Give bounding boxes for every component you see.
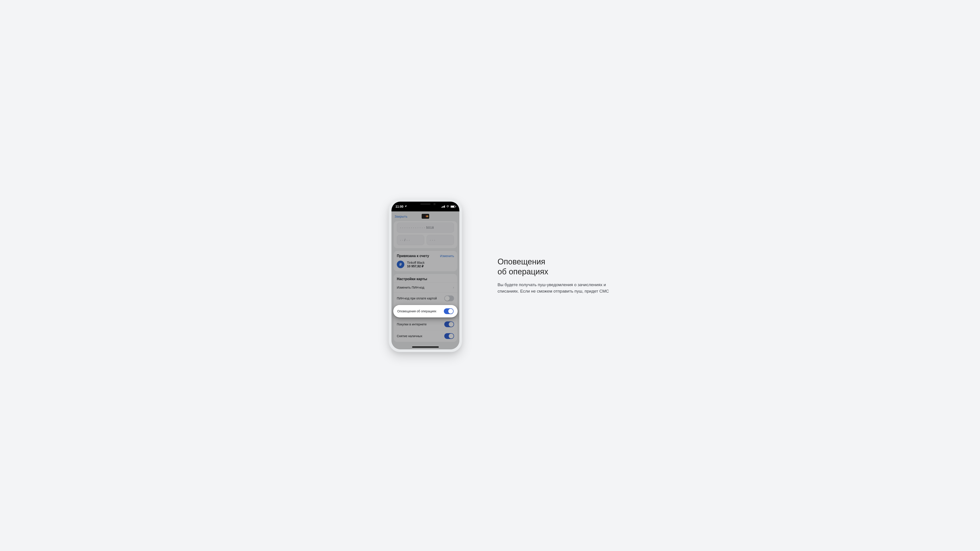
phone-frame: 11:00 — [389, 199, 462, 352]
card-settings-block: Настройки карты Изменить ПИН-код › ПИН-к… — [394, 274, 457, 342]
online-purchases-label: Покупки в интернете — [397, 322, 426, 326]
notifications-row: Оповещения об операциях — [393, 305, 458, 318]
pin-on-pay-label: ПИН-код при оплате картой — [397, 297, 437, 300]
ruble-icon: ₽ — [397, 260, 404, 268]
card-details-block: · · · · · · · · · · · · 5018 · · / · · ·… — [394, 221, 457, 248]
phone-screen: 11:00 — [391, 202, 460, 349]
annotation-panel: Оповещения об операциях Вы будете получа… — [498, 257, 617, 295]
chevron-right-icon: › — [453, 286, 454, 289]
battery-icon — [450, 205, 455, 208]
annotation-title-line2: об операциях — [498, 267, 548, 276]
card-cvc-field[interactable]: · · · — [426, 235, 454, 245]
wifi-icon — [446, 205, 449, 208]
cash-withdraw-toggle[interactable] — [444, 333, 454, 339]
cash-withdraw-label: Снятие наличных — [397, 334, 422, 338]
annotation-body: Вы будете получать пуш-уведомления о зач… — [498, 281, 617, 295]
account-name: Tinkoff Black — [407, 261, 425, 264]
online-purchases-toggle[interactable] — [444, 321, 454, 327]
status-time: 11:00 — [396, 205, 403, 208]
notifications-toggle[interactable] — [444, 308, 453, 314]
app-content: Закрыть · · · · · · · · · · · · 5018 · ·… — [391, 211, 460, 349]
location-icon — [404, 205, 407, 208]
account-row[interactable]: ₽ Tinkoff Black 10 957,92 ₽ — [397, 260, 454, 268]
change-account-button[interactable]: Изменить — [440, 254, 454, 258]
cash-withdraw-row: Снятие наличных — [394, 330, 457, 342]
annotation-title-line1: Оповещения — [498, 257, 545, 266]
close-button[interactable]: Закрыть — [395, 214, 407, 218]
pin-on-pay-toggle[interactable] — [444, 295, 454, 301]
linked-account-block: Привязана к счету Изменить ₽ Tinkoff Bla… — [394, 251, 457, 271]
change-pin-label: Изменить ПИН-код — [397, 286, 424, 289]
pin-on-pay-row: ПИН-код при оплате картой — [394, 292, 457, 304]
modal-navbar: Закрыть — [391, 211, 460, 221]
online-purchases-row: Покупки в интернете — [394, 318, 457, 330]
card-expiry-field[interactable]: · · / · · — [397, 235, 424, 245]
scroll-area[interactable]: · · · · · · · · · · · · 5018 · · / · · ·… — [391, 221, 460, 346]
linked-title: Привязана к счету — [397, 254, 429, 258]
promo-stage: 11:00 — [327, 184, 653, 367]
settings-title: Настройки карты — [394, 277, 457, 283]
change-pin-row[interactable]: Изменить ПИН-код › — [394, 283, 457, 292]
annotation-title: Оповещения об операциях — [498, 257, 617, 276]
card-number-field[interactable]: · · · · · · · · · · · · 5018 — [397, 222, 454, 233]
card-thumbnail-icon — [422, 214, 429, 219]
phone-notch — [408, 202, 443, 208]
notifications-label: Оповещения об операциях — [397, 310, 436, 313]
home-indicator[interactable] — [412, 346, 439, 348]
phone-mockup: 11:00 — [389, 199, 462, 352]
account-balance: 10 957,92 ₽ — [407, 264, 425, 268]
